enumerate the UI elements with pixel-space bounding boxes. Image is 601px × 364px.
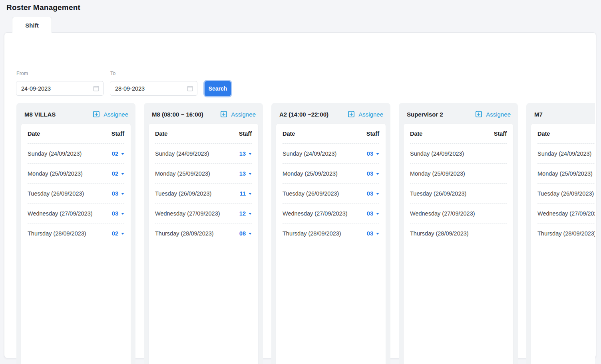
staff-count: 13 [239, 170, 246, 177]
tab-shift[interactable]: Shift [12, 17, 52, 33]
roster-date: Wednesday (27/09/2023) [537, 210, 595, 217]
caret-down-icon [376, 153, 379, 155]
roster-table-card: Date Staff Sunday (24/09/2023) 03 Monday… [276, 124, 386, 364]
roster-date: Tuesday (26/09/2023) [28, 190, 84, 197]
caret-down-icon [249, 213, 252, 215]
roster-date: Thursday (28/09/2023) [410, 230, 469, 237]
staff-count-dropdown[interactable]: 11 [240, 190, 252, 197]
plus-square-icon [93, 111, 100, 118]
caret-down-icon [249, 173, 252, 175]
roster-row: Monday (25/09/2023) 13 [155, 163, 252, 183]
staff-count-dropdown[interactable]: 03 [367, 150, 379, 157]
staff-count-dropdown[interactable]: 02 [112, 230, 124, 237]
roster-date: Wednesday (27/09/2023) [28, 210, 93, 217]
staff-count-dropdown[interactable]: 02 [112, 150, 124, 157]
roster-date: Monday (25/09/2023) [410, 170, 465, 177]
date-column-header: Date [155, 131, 167, 137]
shift-column: A2 (14:00 ~22:00) Assignee Date Staff Su… [271, 103, 390, 364]
date-column-header: Date [28, 131, 40, 137]
roster-row: Tuesday (26/09/2023) 03 [28, 183, 124, 203]
assignee-label: Assignee [486, 111, 511, 118]
tab-shift-label: Shift [25, 22, 38, 29]
staff-count-dropdown[interactable]: 12 [239, 210, 252, 217]
roster-row: Wednesday (27/09/2023) 12 [155, 203, 252, 223]
staff-count: 03 [112, 210, 118, 217]
staff-count: 03 [367, 170, 373, 177]
roster-row: Tuesday (26/09/2023) 03 [283, 183, 379, 203]
roster-date: Monday (25/09/2023) [537, 170, 593, 177]
roster-row: Thursday (28/09/2023) 02 [28, 223, 124, 243]
roster-table-card: Date Staff Sunday (24/09/2023) Monday (2… [404, 124, 513, 364]
roster-table-card: Date Staff Sunday (24/09/2023) 13 Monday… [149, 124, 258, 364]
roster-table-header: Date Staff [410, 124, 507, 143]
roster-row: Tuesday (26/09/2023) [537, 183, 595, 203]
staff-count-dropdown[interactable]: 02 [112, 170, 124, 177]
roster-row: Sunday (24/09/2023) 03 [283, 143, 379, 163]
caret-down-icon [121, 213, 124, 215]
staff-count-dropdown[interactable]: 03 [367, 170, 379, 177]
staff-column-header: Staff [494, 131, 507, 137]
shift-name: M7 [534, 111, 543, 118]
roster-table-header: Date Staff [155, 124, 252, 143]
shift-column-header: M8 (08:00 ~ 16:00) Assignee [149, 108, 258, 124]
roster-date: Monday (25/09/2023) [155, 170, 210, 177]
caret-down-icon [376, 213, 379, 215]
to-label: To [110, 71, 115, 76]
staff-count-dropdown[interactable]: 03 [112, 210, 124, 217]
roster-date: Sunday (24/09/2023) [410, 150, 464, 157]
add-assignee-button[interactable]: Assignee [220, 111, 256, 118]
shift-column: M8 VILLAS Assignee Date Staff Sunday (24… [16, 103, 135, 364]
staff-count: 13 [239, 150, 246, 157]
roster-date: Sunday (24/09/2023) [28, 150, 82, 157]
staff-count-dropdown[interactable]: 03 [367, 230, 379, 237]
roster-date: Monday (25/09/2023) [28, 170, 83, 177]
roster-row: Wednesday (27/09/2023) 03 [28, 203, 124, 223]
staff-count: 11 [240, 190, 246, 197]
staff-count: 12 [239, 210, 246, 217]
caret-down-icon [249, 233, 252, 235]
staff-count-dropdown[interactable]: 13 [239, 150, 252, 157]
shift-column: Supervisor 2 Assignee Date Staff Sunday … [399, 103, 518, 364]
staff-count: 02 [112, 230, 118, 237]
roster-date: Wednesday (27/09/2023) [155, 210, 220, 217]
roster-table-header: Date Staff [28, 124, 124, 143]
shift-column: M8 (08:00 ~ 16:00) Assignee Date Staff S… [144, 103, 263, 364]
shift-column-header: M7 Assignee [531, 108, 595, 124]
add-assignee-button[interactable]: Assignee [475, 111, 511, 118]
roster-row: Wednesday (27/09/2023) [537, 203, 595, 223]
staff-count: 02 [112, 150, 118, 157]
staff-count-dropdown[interactable]: 03 [112, 190, 124, 197]
add-assignee-button[interactable]: Assignee [93, 111, 128, 118]
staff-count-dropdown[interactable]: 03 [367, 210, 379, 217]
shift-panel: From To Search M8 VILLAS Assignee Date [4, 32, 596, 358]
from-label: From [16, 71, 28, 76]
caret-down-icon [376, 173, 379, 175]
shift-column-header: Supervisor 2 Assignee [404, 108, 513, 124]
caret-down-icon [249, 193, 252, 195]
add-assignee-button[interactable]: Assignee [348, 111, 383, 118]
roster-row: Monday (25/09/2023) [410, 163, 507, 183]
roster-row: Thursday (28/09/2023) 08 [155, 223, 252, 243]
caret-down-icon [376, 193, 379, 195]
search-button[interactable]: Search [205, 81, 231, 96]
shift-name: A2 (14:00 ~22:00) [279, 111, 328, 118]
from-date-input[interactable] [16, 81, 103, 96]
staff-count-dropdown[interactable]: 08 [239, 230, 252, 237]
roster-row: Sunday (24/09/2023) 02 [28, 143, 124, 163]
shift-columns-scroller: M8 VILLAS Assignee Date Staff Sunday (24… [16, 103, 595, 364]
roster-date: Thursday (28/09/2023) [155, 230, 214, 237]
staff-count-dropdown[interactable]: 13 [239, 170, 252, 177]
roster-row: Monday (25/09/2023) 02 [28, 163, 124, 183]
to-date-input[interactable] [110, 81, 197, 96]
staff-column-header: Staff [111, 131, 124, 137]
assignee-label: Assignee [358, 111, 383, 118]
roster-date: Monday (25/09/2023) [283, 170, 338, 177]
date-column-header: Date [410, 131, 422, 137]
roster-row: Sunday (24/09/2023) [537, 143, 595, 163]
roster-row: Wednesday (27/09/2023) 03 [283, 203, 379, 223]
roster-date: Thursday (28/09/2023) [283, 230, 341, 237]
staff-count-dropdown[interactable]: 03 [367, 190, 379, 197]
shift-name: M8 VILLAS [24, 111, 56, 118]
staff-count: 03 [112, 190, 118, 197]
roster-row: Thursday (28/09/2023) 03 [283, 223, 379, 243]
